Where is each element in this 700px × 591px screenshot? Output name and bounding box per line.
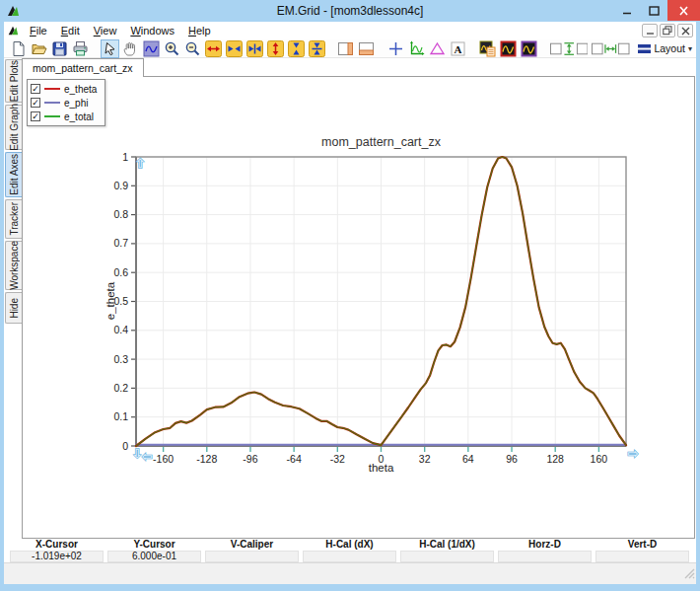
tool-panel-split-bottom[interactable] xyxy=(357,39,376,58)
minimize-button[interactable] xyxy=(614,0,641,21)
sidebar-tab-tracker[interactable]: Tracker xyxy=(5,199,22,239)
x-axis-label: theta xyxy=(136,462,626,474)
legend-line-swatch xyxy=(44,115,60,117)
expand-x-icon xyxy=(205,40,222,57)
tool-layout[interactable]: Layout▾ xyxy=(633,39,696,58)
menu-edit[interactable]: Edit xyxy=(54,23,87,38)
svg-text:0: 0 xyxy=(122,440,128,452)
menu-bar: FileEditViewWindowsHelp xyxy=(4,22,696,39)
print-icon xyxy=(72,40,89,57)
tool-split-vertical-toggle[interactable] xyxy=(549,39,589,58)
sidebar-tab-edit-plots[interactable]: Edit Plots xyxy=(5,59,22,103)
plot-style-red-icon xyxy=(500,40,517,57)
toolbar: ALayout▾ xyxy=(4,39,696,58)
sidebar-tab-workspace[interactable]: Workspace xyxy=(5,241,22,290)
legend-item-e_phi[interactable]: ✓e_phi xyxy=(31,96,97,110)
svg-text:0.2: 0.2 xyxy=(113,382,128,394)
resize-grip[interactable] xyxy=(683,565,695,583)
chart-title: mom_pattern_cart_zx xyxy=(136,135,626,149)
checkbox-icon[interactable]: ✓ xyxy=(31,98,40,108)
menu-help[interactable]: Help xyxy=(181,23,218,38)
legend-item-e_total[interactable]: ✓e_total xyxy=(31,110,97,123)
tool-open-file[interactable] xyxy=(30,39,48,58)
tool-crosshair[interactable] xyxy=(386,39,405,58)
split-vertical-toggle-icon xyxy=(550,40,588,57)
legend-line-swatch xyxy=(44,102,60,104)
plot-panel: -160-128-96-64-32032649612816000.10.20.3… xyxy=(22,76,695,539)
zoom-out-icon xyxy=(184,40,201,57)
tool-expand-y[interactable] xyxy=(266,39,285,58)
mdi-minimize-button[interactable] xyxy=(642,24,658,37)
tool-new-document[interactable] xyxy=(9,39,28,58)
tool-pan-hand[interactable] xyxy=(121,39,140,58)
tool-pair-x[interactable] xyxy=(225,39,244,58)
tool-split-horizontal-toggle[interactable] xyxy=(591,39,630,58)
menu-view[interactable]: View xyxy=(87,23,124,38)
readout-value xyxy=(303,551,396,562)
close-button[interactable] xyxy=(667,0,700,21)
svg-text:A: A xyxy=(455,42,462,54)
document-tab-bar: mom_pattern_cart_zx xyxy=(4,58,696,76)
tool-plot-style-red[interactable] xyxy=(499,39,518,58)
readout-header: V-Caliper xyxy=(203,539,301,551)
tool-wave-cursor[interactable] xyxy=(142,39,161,58)
legend-label: e_theta xyxy=(64,84,97,95)
app-window: EM.Grid - [mom3dlesson4c] FileEditViewWi… xyxy=(0,0,700,591)
menu-file[interactable]: File xyxy=(23,23,54,38)
cursor-marker-up: ⇧ xyxy=(135,157,145,171)
title-bar: EM.Grid - [mom3dlesson4c] xyxy=(0,0,700,22)
legend-box: ✓e_theta✓e_phi✓e_total xyxy=(27,79,105,126)
tool-print[interactable] xyxy=(71,39,90,58)
legend-item-e_theta[interactable]: ✓e_theta xyxy=(31,82,97,96)
tool-text-annotation[interactable]: A xyxy=(449,39,467,58)
readout-value: 6.000e-01 xyxy=(107,551,201,562)
tool-panel-split-right[interactable] xyxy=(336,39,355,58)
sidebar-tab-edit-graph[interactable]: Edit Graph xyxy=(5,105,22,150)
mdi-close-button[interactable] xyxy=(677,24,693,37)
tool-expand-x[interactable] xyxy=(204,39,223,58)
tool-zoom-out[interactable] xyxy=(183,39,202,58)
svg-text:0.3: 0.3 xyxy=(113,353,128,365)
pair-x-icon xyxy=(226,40,243,57)
sidebar-tab-edit-axes[interactable]: Edit Axes xyxy=(5,152,22,197)
tool-select-arrow[interactable] xyxy=(101,39,119,58)
tool-polygon[interactable] xyxy=(428,39,447,58)
tool-fit-y[interactable] xyxy=(308,39,326,58)
mdi-controls xyxy=(642,24,693,37)
legend-label: e_phi xyxy=(64,98,88,109)
layout-icon xyxy=(637,40,652,57)
readout-value xyxy=(498,551,592,562)
tool-axes-curve[interactable] xyxy=(407,39,426,58)
tool-save[interactable] xyxy=(50,39,69,58)
select-arrow-icon xyxy=(102,40,118,57)
svg-text:0.6: 0.6 xyxy=(113,266,128,278)
readout-col-vert-d: Vert-D xyxy=(594,539,691,562)
save-icon xyxy=(51,40,68,57)
tool-pair-y[interactable] xyxy=(287,39,306,58)
svg-text:1: 1 xyxy=(122,151,128,163)
expand-y-icon xyxy=(267,40,284,57)
y-axis-label: e_theta xyxy=(105,282,116,320)
checkbox-icon[interactable]: ✓ xyxy=(31,111,40,121)
tool-copy-plot[interactable] xyxy=(478,39,497,58)
mdi-restore-button[interactable] xyxy=(660,24,675,37)
checkbox-icon[interactable]: ✓ xyxy=(31,84,40,94)
plot-style-purple-icon xyxy=(521,40,537,57)
tool-fit-x[interactable] xyxy=(245,39,264,58)
maximize-button[interactable] xyxy=(641,0,667,21)
readout-col-horz-d: Horz-D xyxy=(496,539,594,562)
sidebar-tab-label: Edit Graph xyxy=(9,104,20,151)
readout-col-h-cal-dx-: H-Cal (dX) xyxy=(301,539,398,562)
tab-mom_pattern_cart_zx[interactable]: mom_pattern_cart_zx xyxy=(22,58,144,77)
window-title: EM.Grid - [mom3dlesson4c] xyxy=(0,4,700,18)
sidebar-tab-label: Edit Axes xyxy=(9,154,20,195)
svg-text:0.8: 0.8 xyxy=(113,208,128,220)
readout-header: H-Cal (1/dX) xyxy=(398,539,496,551)
readout-col-h-cal-1-dx-: H-Cal (1/dX) xyxy=(398,539,496,562)
sidebar-tab-hide[interactable]: Hide xyxy=(5,292,22,324)
tool-plot-style-purple[interactable] xyxy=(520,39,538,58)
toolbar-separator xyxy=(328,48,335,49)
axes-curve-icon xyxy=(408,40,425,57)
tool-zoom-in[interactable] xyxy=(163,39,181,58)
menu-windows[interactable]: Windows xyxy=(123,23,181,38)
